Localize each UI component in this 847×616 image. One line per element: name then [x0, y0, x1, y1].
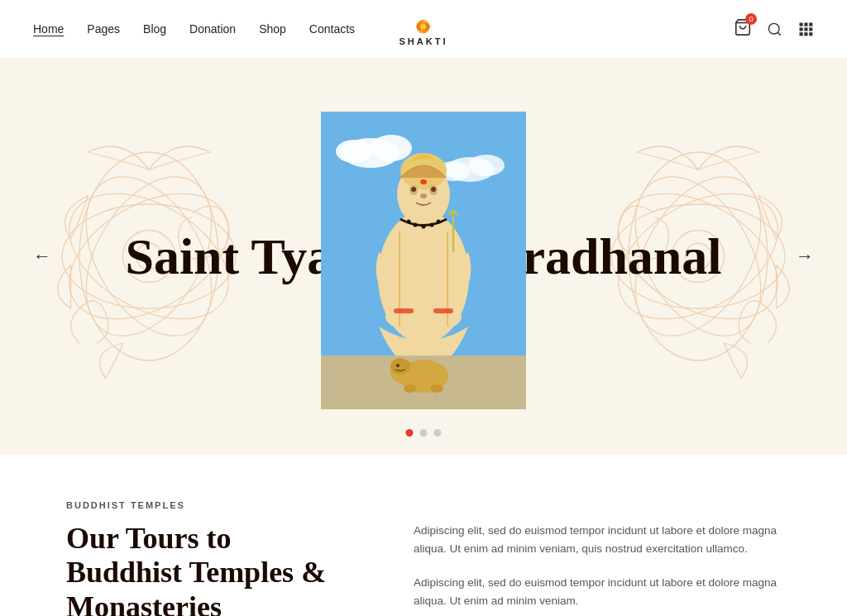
svg-rect-57: [394, 308, 414, 313]
svg-rect-15: [800, 32, 803, 36]
header-actions: 0: [734, 18, 814, 40]
svg-point-21: [48, 168, 251, 345]
logo-text: SHAKTI: [400, 36, 448, 46]
header: Home Pages Blog Donation Shop Contacts S…: [0, 0, 847, 58]
deco-right: [566, 83, 830, 430]
section-tag: BUDDHIST TEMPLES: [66, 500, 347, 510]
slide-dot-3[interactable]: [434, 429, 442, 437]
svg-point-37: [336, 140, 372, 163]
nav-blog[interactable]: Blog: [143, 22, 166, 36]
logo-icon: [409, 12, 438, 35]
svg-point-66: [396, 364, 400, 367]
cart-button[interactable]: 0: [734, 18, 752, 40]
nav-contacts[interactable]: Contacts: [309, 22, 355, 36]
grid-menu-button[interactable]: [797, 21, 814, 37]
svg-point-25: [136, 243, 162, 270]
svg-point-32: [672, 231, 725, 283]
svg-rect-11: [809, 23, 812, 26]
svg-point-48: [420, 193, 427, 198]
logo[interactable]: SHAKTI: [400, 12, 448, 46]
prev-slide-button[interactable]: ←: [33, 246, 51, 267]
section-heading: Our Tours to Buddhist Temples & Monaster…: [66, 522, 347, 616]
grid-icon: [797, 21, 814, 37]
svg-point-6: [420, 24, 426, 30]
svg-point-36: [371, 135, 412, 161]
search-icon: [767, 21, 782, 37]
svg-rect-12: [800, 27, 803, 31]
nav-donation[interactable]: Donation: [189, 22, 236, 36]
svg-rect-10: [804, 23, 807, 26]
next-slide-button[interactable]: →: [796, 246, 814, 267]
svg-rect-9: [800, 23, 803, 26]
nav-home[interactable]: Home: [33, 22, 64, 36]
main-nav: Home Pages Blog Donation Shop Contacts: [33, 22, 355, 36]
slide-indicators: [406, 429, 442, 437]
hero-image: [321, 112, 526, 409]
svg-point-29: [597, 168, 800, 345]
svg-point-8: [768, 23, 779, 34]
svg-point-33: [685, 243, 711, 270]
slide-dot-2[interactable]: [420, 429, 428, 437]
svg-point-53: [430, 223, 434, 227]
cart-badge: 0: [745, 13, 757, 25]
svg-point-24: [123, 231, 175, 283]
svg-point-49: [420, 179, 427, 184]
svg-rect-13: [804, 27, 807, 31]
svg-rect-58: [433, 308, 453, 313]
svg-point-30: [597, 168, 800, 345]
svg-point-65: [430, 384, 443, 393]
nav-shop[interactable]: Shop: [259, 22, 286, 36]
svg-point-26: [629, 152, 768, 361]
svg-rect-16: [804, 32, 807, 36]
nav-pages[interactable]: Pages: [87, 22, 120, 36]
svg-point-54: [437, 220, 441, 224]
content-left: BUDDHIST TEMPLES Our Tours to Buddhist T…: [66, 500, 347, 616]
content-para-1: Adipiscing elit, sed do euismod tempor i…: [414, 522, 781, 559]
deco-left: [17, 83, 281, 430]
svg-point-63: [390, 358, 410, 375]
content-section: BUDDHIST TEMPLES Our Tours to Buddhist T…: [0, 455, 847, 616]
slide-dot-1[interactable]: [406, 429, 414, 437]
svg-point-47: [431, 187, 436, 192]
svg-point-52: [422, 225, 426, 229]
svg-point-22: [48, 168, 251, 345]
svg-point-46: [411, 187, 416, 192]
svg-rect-17: [809, 32, 812, 36]
content-para-2: Adipiscing elit, sed do euismod tempor i…: [414, 574, 781, 611]
search-button[interactable]: [767, 21, 782, 37]
svg-point-18: [79, 152, 218, 361]
svg-point-64: [404, 384, 417, 393]
svg-point-50: [407, 220, 411, 224]
svg-rect-14: [809, 27, 812, 31]
hero-statue-image: [321, 112, 526, 409]
svg-point-39: [468, 155, 505, 176]
svg-point-51: [414, 223, 418, 227]
hero-section: Saint Tyagaraja Aradhanal: [0, 58, 847, 455]
content-right: Adipiscing elit, sed do euismod tempor i…: [414, 500, 781, 616]
